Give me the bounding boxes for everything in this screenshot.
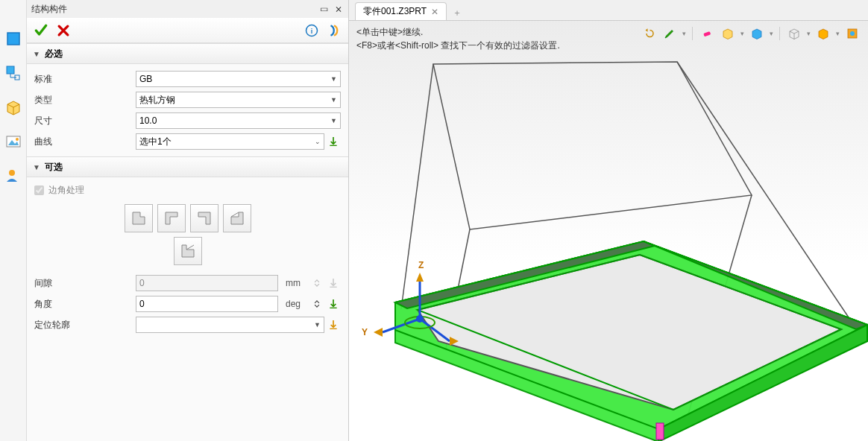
corner-checkbox[interactable] [34,185,44,195]
panel-toolbar: i [27,18,348,43]
gap-stepper-icon[interactable] [309,276,324,291]
corner-type-3-button[interactable] [190,204,218,232]
panel-minimize-button[interactable]: ▭ [318,4,329,14]
standard-value: GB [139,74,152,84]
svg-rect-15 [330,329,336,329]
angle-input[interactable]: 0 [136,296,278,312]
expand-icon: ⌄ [312,138,321,145]
size-value: 10.0 [139,115,157,126]
profile-pick-button[interactable] [326,317,341,332]
svg-rect-2 [7,66,14,74]
gap-pick-button[interactable] [326,276,341,291]
curve-select[interactable]: 选中1个 ⌄ [136,133,324,150]
standard-label: 标准 [34,73,131,86]
structural-member-panel: 结构构件 ▭ ⨯ i ▼ 必选 标准 GB ▼ [27,0,349,441]
corner-type-1-button[interactable] [125,204,153,232]
gap-unit: mm [278,278,308,288]
chevron-down-icon: ▼ [327,96,337,104]
confirm-button[interactable] [31,21,51,40]
svg-marker-26 [416,273,424,282]
left-icon-rail [0,0,27,441]
svg-rect-10 [330,145,336,146]
rail-tree-icon[interactable] [4,64,22,82]
section-required-label: 必选 [45,48,63,60]
size-label: 尺寸 [34,115,131,127]
gap-label: 间隙 [34,277,131,290]
angle-unit: deg [278,299,308,309]
corner-type-buttons [113,201,262,273]
angle-label: 角度 [34,298,131,311]
profile-select[interactable]: ▼ [136,317,324,333]
corner-checkbox-label: 边角处理 [48,184,84,197]
info-button[interactable]: i [302,21,321,40]
standard-select[interactable]: GB ▼ [136,71,341,87]
chevron-down-icon: ▼ [311,321,321,329]
svg-marker-20 [418,255,841,410]
optional-form: 边角处理 间隙 0 mm 角度 0 deg [27,177,348,340]
svg-marker-28 [374,328,383,337]
chevron-down-icon: ▼ [327,75,337,83]
axis-y-label: Y [362,327,368,337]
panel-titlebar: 结构构件 ▭ ⨯ [27,0,348,18]
svg-point-32 [416,315,424,323]
curve-value: 选中1个 [139,136,172,148]
angle-pick-button[interactable] [326,296,341,311]
corner-type-5-button[interactable] [174,237,202,265]
svg-point-7 [9,170,15,176]
corner-type-2-button[interactable] [157,204,186,232]
close-tab-button[interactable]: ✕ [431,7,438,17]
rail-box-icon[interactable] [4,98,22,116]
section-optional-label: 可选 [45,161,63,174]
document-tabbar: 零件001.Z3PRT ✕ ＋ [349,0,868,21]
model-canvas[interactable]: Z Y [349,21,868,441]
corner-type-4-button[interactable] [223,204,251,232]
size-select[interactable]: 10.0 ▼ [136,112,341,129]
type-value: 热轧方钢 [139,94,175,107]
gap-input[interactable]: 0 [136,275,278,291]
chevron-down-icon: ▼ [33,163,40,171]
document-tab[interactable]: 零件001.Z3PRT ✕ [355,2,447,20]
chevron-down-icon: ▼ [327,117,337,124]
viewport-3d[interactable]: 零件001.Z3PRT ✕ ＋ <单击中键>继续. <F8>或者<Shift-r… [349,0,868,441]
cancel-button[interactable] [54,21,73,40]
required-form: 标准 GB ▼ 类型 热轧方钢 ▼ 尺寸 10.0 ▼ [27,64,348,156]
svg-rect-0 [7,33,19,45]
type-label: 类型 [34,94,131,107]
chevron-down-icon: ▼ [33,50,40,58]
angle-stepper-icon[interactable] [309,296,324,311]
svg-line-12 [186,245,194,250]
svg-line-11 [231,212,239,217]
profile-label: 定位轮廓 [34,319,131,331]
type-select[interactable]: 热轧方钢 ▼ [136,92,341,108]
add-tab-button[interactable]: ＋ [450,5,465,20]
rail-picture-icon[interactable] [4,133,22,150]
document-tab-label: 零件001.Z3PRT [363,5,427,18]
svg-rect-24 [656,423,664,440]
section-required-header[interactable]: ▼ 必选 [27,43,348,64]
rail-user-icon[interactable] [4,167,22,185]
section-optional-header[interactable]: ▼ 可选 [27,156,348,177]
panel-close-button[interactable]: ⨯ [333,4,344,14]
panel-title-text: 结构构件 [31,3,67,16]
curve-label: 曲线 [34,136,131,148]
svg-text:i: i [311,27,313,34]
help-button[interactable] [324,21,344,40]
rail-cube-icon[interactable] [4,30,22,48]
svg-point-6 [16,138,19,141]
curve-pick-button[interactable] [326,134,341,149]
svg-rect-14 [330,308,336,308]
axis-z-label: Z [418,260,424,270]
svg-rect-13 [330,287,336,288]
